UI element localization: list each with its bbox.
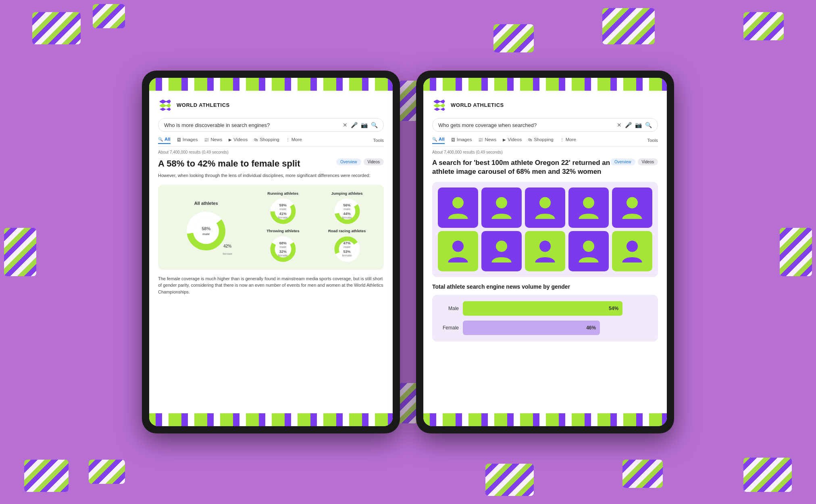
more-nav-icon-right: ⋮: [560, 137, 564, 142]
heading-section-right: A search for 'best 100m athlete Oregon 2…: [432, 158, 658, 176]
athlete-9: [568, 231, 609, 271]
images-nav-icon-right: 🖼: [451, 137, 455, 142]
svg-point-25: [583, 241, 594, 252]
jumping-donut-wrap: 56% male 44% female: [333, 197, 361, 225]
search-icons-right: ✕ 🎤 📷 🔍: [617, 122, 652, 128]
road-racing-donut-wrap: 47% male 53% female: [333, 235, 361, 263]
search-submit-icon-right[interactable]: 🔍: [645, 122, 652, 128]
female-label-main: 42% female: [223, 242, 232, 256]
athletes-grid: [432, 182, 658, 277]
athlete-avatar-icon-2: [487, 194, 516, 222]
tab-more-left[interactable]: ⋮ More: [286, 137, 302, 144]
athlete-8: [525, 231, 565, 271]
camera-icon-right[interactable]: 📷: [635, 122, 642, 128]
bar-track-male: 54%: [463, 301, 651, 316]
tab-shopping-left[interactable]: 🛍 Shopping: [254, 137, 279, 144]
all-athletes-center: 58%male: [202, 226, 210, 236]
tab-news-left[interactable]: 📰 News: [204, 137, 222, 144]
tab-all-right[interactable]: 🔍 All: [432, 137, 445, 144]
athlete-avatar-icon-3: [531, 194, 559, 222]
search-nav-icon-right: 🔍: [432, 137, 437, 142]
video-nav-icon-right: ▶: [503, 137, 506, 142]
tablet-right-content: WORLD ATHLETICS Who gets more coverage w…: [423, 91, 667, 413]
tab-more-right[interactable]: ⋮ More: [560, 137, 576, 144]
athlete-5: [612, 187, 652, 228]
search-nav-icon-left: 🔍: [158, 137, 163, 142]
tab-shopping-right[interactable]: 🛍 Shopping: [528, 137, 554, 144]
tab-images-right[interactable]: 🖼 Images: [451, 137, 472, 144]
svg-point-19: [539, 197, 551, 208]
logo-area-left: WORLD ATHLETICS: [158, 98, 384, 112]
running-labels: 59% male 41% female: [269, 197, 297, 225]
svg-point-22: [452, 241, 464, 252]
svg-point-20: [583, 197, 594, 208]
disciplines-charts: Running athletes 59% male: [252, 191, 377, 263]
tab-tools-right[interactable]: Tools: [647, 138, 658, 143]
all-athletes-label: All athletes: [194, 201, 218, 206]
search-bar-left[interactable]: Who is more discoverable in search engin…: [158, 118, 384, 132]
throwing-title: Throwing athletes: [266, 229, 299, 233]
jumping-labels: 56% male 44% female: [333, 197, 361, 225]
tablets-container: WORLD ATHLETICS Who is more discoverable…: [0, 0, 816, 504]
tag-overview-right[interactable]: Overview: [610, 158, 635, 165]
athlete-avatar-icon-5: [618, 194, 646, 222]
athlete-7: [481, 231, 522, 271]
mic-icon-left[interactable]: 🎤: [351, 122, 358, 128]
search-bar-right[interactable]: Who gets more coverage when searched? ✕ …: [432, 118, 658, 132]
charts-container-left: All athletes 58%male: [158, 185, 384, 270]
tag-pills-left: Overview Videos: [336, 158, 384, 165]
search-icons-left: ✕ 🎤 📷 🔍: [343, 122, 378, 128]
world-athletics-logo-icon-right: [432, 98, 447, 112]
athlete-1: [438, 187, 478, 228]
tab-images-left[interactable]: 🖼 Images: [177, 137, 198, 144]
tab-videos-right[interactable]: ▶ Videos: [503, 137, 522, 144]
athlete-avatar-icon-4: [575, 194, 603, 222]
bar-label-male: Male: [439, 306, 459, 311]
bar-label-female: Female: [439, 325, 459, 331]
results-info-right: About 7,400,000 results (0.49 seconds): [432, 150, 658, 154]
road-racing-labels: 47% male 53% female: [333, 235, 361, 263]
close-icon-left[interactable]: ✕: [343, 122, 348, 128]
images-nav-icon-left: 🖼: [177, 137, 181, 142]
all-athletes-donut: 58%male 42% female: [184, 209, 228, 253]
bar-pct-male: 54%: [609, 306, 618, 311]
athlete-3: [525, 187, 565, 228]
svg-point-23: [496, 241, 507, 252]
tablet-right-screen: WORLD ATHLETICS Who gets more coverage w…: [423, 78, 667, 426]
logo-text-right: WORLD ATHLETICS: [451, 102, 504, 108]
athlete-avatar-icon-9: [575, 237, 603, 265]
throwing-chart: Throwing athletes 68% male: [252, 229, 313, 263]
running-donut-wrap: 59% male 41% female: [269, 197, 297, 225]
close-icon-right[interactable]: ✕: [617, 122, 622, 128]
athlete-10: [612, 231, 652, 271]
more-nav-icon-left: ⋮: [286, 137, 290, 142]
camera-icon-left[interactable]: 📷: [361, 122, 368, 128]
footer-text-left: The female coverage is much higher than …: [158, 275, 384, 296]
tablet-left-screen: WORLD ATHLETICS Who is more discoverable…: [149, 78, 393, 426]
tablet-left-header-strip: [149, 78, 393, 91]
shopping-nav-icon-right: 🛍: [528, 137, 532, 142]
nav-tabs-left: 🔍 All 🖼 Images 📰 News ▶ Videos: [158, 137, 384, 147]
running-chart: Running athletes 59% male: [252, 191, 313, 225]
athlete-avatar-icon-6: [444, 237, 472, 265]
mic-icon-right[interactable]: 🎤: [625, 122, 632, 128]
athlete-2: [481, 187, 522, 228]
tablet-left-content: WORLD ATHLETICS Who is more discoverable…: [149, 91, 393, 413]
bar-fill-female: 46%: [463, 321, 600, 335]
tag-overview-left[interactable]: Overview: [336, 158, 361, 165]
search-query-right: Who gets more coverage when searched?: [438, 122, 614, 128]
tab-all-left[interactable]: 🔍 All: [158, 137, 171, 144]
tag-videos-right-btn[interactable]: Videos: [638, 158, 658, 165]
tablet-right-footer-strip: [423, 413, 667, 426]
search-submit-icon-left[interactable]: 🔍: [371, 122, 378, 128]
logo-area-right: WORLD ATHLETICS: [432, 98, 658, 112]
tab-tools-left[interactable]: Tools: [373, 138, 384, 143]
road-racing-title: Road racing athletes: [328, 229, 366, 233]
tab-news-right[interactable]: 📰 News: [478, 137, 496, 144]
running-title: Running athletes: [267, 191, 298, 196]
tag-videos-left[interactable]: Videos: [364, 158, 384, 165]
tablet-left: WORLD ATHLETICS Who is more discoverable…: [142, 71, 400, 433]
bar-pct-female: 46%: [586, 325, 596, 331]
athlete-4: [568, 187, 609, 228]
tab-videos-left[interactable]: ▶ Videos: [229, 137, 248, 144]
